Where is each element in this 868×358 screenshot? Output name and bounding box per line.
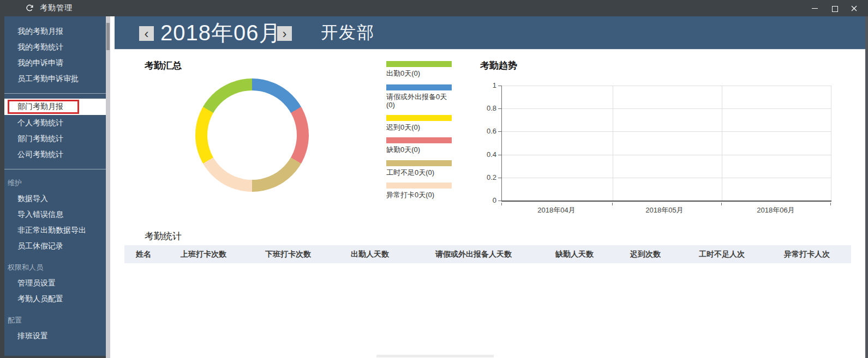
- column-header-present-person-days: 出勤人天数: [332, 250, 408, 259]
- legend-label: 请假或外出报备0天(0): [386, 93, 454, 109]
- y-axis-label: 0.8: [464, 104, 496, 113]
- sidebar-section-maintenance: 维护: [4, 175, 110, 191]
- sidebar-item-employee-leave-records[interactable]: 员工休假记录: [4, 238, 110, 254]
- sidebar-item-employee-appeal-approval[interactable]: 员工考勤申诉审批: [4, 71, 110, 87]
- gridline: [613, 86, 613, 201]
- sidebar-section-permissions-personnel: 权限和人员: [4, 259, 110, 275]
- window-controls: [805, 0, 864, 16]
- attendance-donut: [195, 78, 309, 192]
- x-axis-tick: [501, 203, 502, 205]
- column-header-clockout-count: 下班打卡次数: [244, 250, 332, 259]
- legend-label: 工时不足0天(0): [386, 168, 454, 177]
- donut-hole: [207, 90, 297, 180]
- x-axis-tick: [830, 203, 831, 205]
- gridline: [502, 131, 831, 132]
- prev-month-button[interactable]: ‹: [139, 26, 154, 41]
- restore-button[interactable]: [824, 0, 844, 16]
- sidebar-item-data-import[interactable]: 数据导入: [4, 191, 110, 207]
- gridline: [502, 155, 831, 155]
- window-title: 考勤管理: [40, 3, 73, 13]
- y-axis-tick: [498, 131, 501, 132]
- x-axis-label: 2018年04月: [524, 205, 589, 215]
- sidebar-scrollbar-thumb[interactable]: [106, 23, 110, 50]
- sidebar-divider: [4, 93, 110, 94]
- page-header: ‹ 2018年06月 › 开发部: [115, 16, 865, 50]
- sync-icon: [25, 4, 34, 13]
- column-header-late-count: 迟到次数: [610, 250, 681, 259]
- y-axis-label: 0.6: [464, 127, 496, 136]
- legend-item-absent[interactable]: 缺勤0天(0): [386, 137, 454, 154]
- minimize-icon: [812, 8, 818, 9]
- trend-chart-plot: [501, 86, 831, 202]
- y-axis-label: 0.2: [464, 173, 496, 182]
- sidebar-item-shift-settings[interactable]: 排班设置: [4, 328, 110, 344]
- legend-item-abnormal-punch[interactable]: 异常打卡0天(0): [386, 183, 454, 199]
- legend-item-leave[interactable]: 请假或外出报备0天(0): [386, 84, 454, 109]
- app-window: 考勤管理 我的考勤月报 我的考勤统计 我的申诉申请 员工考勤申诉审批 部门考勤月…: [0, 0, 868, 358]
- legend-label: 出勤0天(0): [386, 69, 454, 77]
- gridline: [502, 178, 831, 178]
- stats-title: 考勤统计: [145, 230, 182, 242]
- column-header-leave-person-days: 请假或外出报备人天数: [408, 250, 539, 259]
- legend-label: 缺勤0天(0): [386, 145, 454, 154]
- close-button[interactable]: [844, 0, 864, 16]
- sidebar-item-company-attendance-stats[interactable]: 公司考勤统计: [4, 147, 110, 162]
- minimize-button[interactable]: [805, 0, 824, 16]
- sidebar-item-dept-monthly-report[interactable]: 部门考勤月报: [4, 99, 110, 115]
- y-axis-tick: [498, 178, 501, 178]
- sidebar-item-personal-attendance-stats[interactable]: 个人考勤统计: [4, 115, 110, 131]
- y-axis-tick: [498, 155, 501, 155]
- y-axis-tick: [498, 86, 501, 86]
- y-axis-label: 0.4: [464, 150, 496, 159]
- gridline: [502, 86, 831, 86]
- titlebar: 考勤管理: [0, 0, 868, 16]
- sidebar-divider: [4, 169, 110, 169]
- summary-title: 考勤汇总: [145, 59, 182, 72]
- legend-item-present[interactable]: 出勤0天(0): [386, 61, 454, 77]
- sidebar-item-label: 部门考勤月报: [17, 102, 63, 112]
- gridline: [831, 86, 831, 201]
- y-axis-label: 1: [464, 81, 496, 90]
- sidebar-section-config: 配置: [4, 312, 110, 328]
- sidebar-item-attendance-staff-config[interactable]: 考勤人员配置: [4, 291, 110, 307]
- column-header-clockin-count: 上班打卡次数: [163, 250, 244, 259]
- legend-label: 异常打卡0天(0): [386, 191, 454, 199]
- column-header-absent-person-days: 缺勤人天数: [539, 250, 610, 259]
- sidebar-item-import-error-info[interactable]: 导入错误信息: [4, 207, 110, 222]
- sidebar-item-abnormal-attendance-export[interactable]: 非正常出勤数据导出: [4, 222, 110, 238]
- gridline: [722, 86, 722, 201]
- legend-swatch: [386, 84, 452, 90]
- sidebar-item-my-attendance-stats[interactable]: 我的考勤统计: [4, 39, 110, 55]
- y-axis-label: 0: [464, 196, 496, 205]
- legend-swatch: [386, 183, 452, 189]
- gridline: [502, 108, 831, 109]
- restore-icon: [832, 6, 838, 12]
- close-icon: [851, 5, 857, 11]
- department-name: 开发部: [321, 16, 375, 49]
- y-axis-tick: [498, 201, 501, 201]
- next-month-button[interactable]: ›: [277, 26, 292, 41]
- legend-swatch: [386, 137, 452, 143]
- current-month: 2018年06月: [160, 16, 281, 49]
- legend-item-insufficient-hours[interactable]: 工时不足0天(0): [386, 160, 454, 177]
- legend-label: 迟到0天(0): [386, 123, 454, 131]
- sidebar-nav: 我的考勤月报 我的考勤统计 我的申诉申请 员工考勤申诉审批 部门考勤月报 个人考…: [4, 16, 110, 356]
- x-axis-tick: [721, 203, 722, 205]
- legend-swatch: [386, 115, 452, 121]
- sidebar-item-my-monthly-report[interactable]: 我的考勤月报: [4, 23, 110, 39]
- sidebar-scrollbar-track[interactable]: [106, 16, 110, 358]
- sidebar-item-admin-settings[interactable]: 管理员设置: [4, 275, 110, 291]
- column-header-abnormal-punch-count: 异常打卡人次: [763, 250, 851, 259]
- column-header-name: 姓名: [124, 250, 163, 259]
- window-right-edge: [865, 16, 868, 358]
- column-header-insufficient-hours-count: 工时不足人次: [681, 250, 763, 259]
- sidebar-container: 我的考勤月报 我的考勤统计 我的申诉申请 员工考勤申诉审批 部门考勤月报 个人考…: [0, 16, 110, 358]
- legend-item-late[interactable]: 迟到0天(0): [386, 115, 454, 131]
- stats-table-header: 姓名 上班打卡次数 下班打卡次数 出勤人天数 请假或外出报备人天数 缺勤人天数 …: [124, 245, 851, 263]
- x-axis-tick: [612, 203, 613, 205]
- horizontal-scrollbar-thumb[interactable]: [376, 355, 494, 357]
- sidebar-item-my-appeal-request[interactable]: 我的申诉申请: [4, 55, 110, 71]
- sidebar-item-dept-attendance-stats[interactable]: 部门考勤统计: [4, 131, 110, 147]
- main-content: ‹ 2018年06月 › 开发部 考勤汇总 出勤0天(0) 请假或外出报备0天(…: [115, 16, 865, 358]
- trend-title: 考勤趋势: [480, 59, 517, 72]
